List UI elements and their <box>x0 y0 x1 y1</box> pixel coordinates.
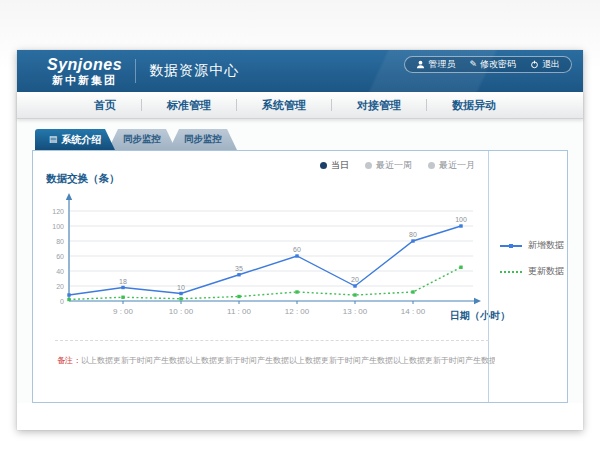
svg-text:11 : 00: 11 : 00 <box>227 307 251 316</box>
user-menu[interactable]: 管理员 <box>416 58 455 71</box>
content-area: ▤系统介绍同步监控同步监控 当日最近一周最近一月 数据交换（条） 0204060… <box>17 119 583 403</box>
tab-2[interactable]: 同步监控 <box>169 129 237 150</box>
y-axis-title: 数据交换（条） <box>46 172 120 186</box>
user-name-label: 管理员 <box>428 58 455 71</box>
solid-line-swatch-icon <box>500 245 522 247</box>
nav-item-3[interactable]: 对接管理 <box>332 98 426 113</box>
svg-text:35: 35 <box>235 265 243 272</box>
power-icon <box>530 60 539 69</box>
tab-1[interactable]: 同步监控 <box>108 129 176 150</box>
logout-button[interactable]: 退出 <box>530 58 560 71</box>
nav-item-1[interactable]: 标准管理 <box>142 98 236 113</box>
time-range-filter: 当日最近一周最近一月 <box>320 159 475 172</box>
chart-panel: 当日最近一周最近一月 数据交换（条） 0204060801001209 : 00… <box>32 150 568 403</box>
legend-label: 新增数据 <box>528 239 564 252</box>
radio-1[interactable]: 最近一周 <box>365 159 412 172</box>
svg-text:100: 100 <box>52 223 64 230</box>
svg-text:80: 80 <box>56 238 64 245</box>
legend-label: 更新数据 <box>528 265 564 278</box>
svg-text:20: 20 <box>56 283 64 290</box>
change-password-label: 修改密码 <box>480 58 516 71</box>
svg-text:12 : 00: 12 : 00 <box>285 307 310 316</box>
svg-text:0: 0 <box>60 298 64 305</box>
svg-text:10 : 00: 10 : 00 <box>169 307 194 316</box>
note-separator <box>55 340 489 341</box>
edit-icon: ✎ <box>469 60 477 69</box>
tab-label: 同步监控 <box>123 133 161 146</box>
svg-text:40: 40 <box>56 268 64 275</box>
main-nav: 首页标准管理系统管理对接管理数据异动 <box>17 92 583 119</box>
nav-item-0[interactable]: 首页 <box>69 98 141 113</box>
svg-text:18: 18 <box>119 278 127 285</box>
radio-dot-icon <box>320 162 327 169</box>
tab-0[interactable]: ▤系统介绍 <box>35 129 115 150</box>
dotted-line-swatch-icon <box>500 271 522 273</box>
svg-text:9 : 00: 9 : 00 <box>113 307 134 316</box>
svg-text:20: 20 <box>351 276 359 283</box>
footnote-prefix: 备注： <box>57 356 81 365</box>
legend-item-0: 新增数据 <box>500 239 567 252</box>
change-password-button[interactable]: ✎ 修改密码 <box>469 58 516 71</box>
radio-label: 当日 <box>331 159 349 172</box>
tab-bar: ▤系统介绍同步监控同步监控 <box>35 129 583 150</box>
footnote: 备注：以上数据更新于时间产生数据以上数据更新于时间产生数据以上数据更新于时间产生… <box>57 355 495 366</box>
nav-item-4[interactable]: 数据异动 <box>427 98 521 113</box>
radio-dot-icon <box>428 162 435 169</box>
page-title: 数据资源中心 <box>149 62 239 80</box>
svg-text:100: 100 <box>455 216 467 223</box>
tab-label: 系统介绍 <box>61 133 101 147</box>
radio-2[interactable]: 最近一月 <box>428 159 475 172</box>
radio-label: 最近一周 <box>376 159 412 172</box>
svg-text:60: 60 <box>293 246 301 253</box>
header-divider <box>135 59 136 83</box>
radio-dot-icon <box>365 162 372 169</box>
radio-label: 最近一月 <box>439 159 475 172</box>
marker-icon <box>509 244 513 248</box>
svg-text:120: 120 <box>52 208 64 215</box>
nav-item-2[interactable]: 系统管理 <box>237 98 331 113</box>
footnote-text: 以上数据更新于时间产生数据以上数据更新于时间产生数据以上数据更新于时间产生数据以… <box>81 356 495 365</box>
line-chart: 0204060801001209 : 0010 : 0011 : 0012 : … <box>33 191 488 331</box>
svg-text:13 : 00: 13 : 00 <box>343 307 368 316</box>
svg-text:60: 60 <box>56 253 64 260</box>
svg-text:14 : 00: 14 : 00 <box>401 307 426 316</box>
legend-item-1: 更新数据 <box>500 265 567 278</box>
tab-label: 同步监控 <box>184 133 222 146</box>
radio-0[interactable]: 当日 <box>320 159 349 172</box>
app-window: Synjones 新中新集团 数据资源中心 管理员 ✎ 修改密码 退出 首页标准… <box>17 50 583 430</box>
svg-text:10: 10 <box>177 284 185 291</box>
logo: Synjones 新中新集团 <box>47 56 122 86</box>
svg-text:80: 80 <box>409 231 417 238</box>
document-icon: ▤ <box>49 135 58 144</box>
logout-label: 退出 <box>542 58 560 71</box>
logo-text-en: Synjones <box>47 56 122 74</box>
user-icon <box>416 60 425 69</box>
user-toolbar: 管理员 ✎ 修改密码 退出 <box>404 56 572 73</box>
chart-legend: 新增数据更新数据 <box>488 151 567 402</box>
logo-text-cn: 新中新集团 <box>47 74 122 86</box>
app-header: Synjones 新中新集团 数据资源中心 管理员 ✎ 修改密码 退出 <box>17 50 583 92</box>
